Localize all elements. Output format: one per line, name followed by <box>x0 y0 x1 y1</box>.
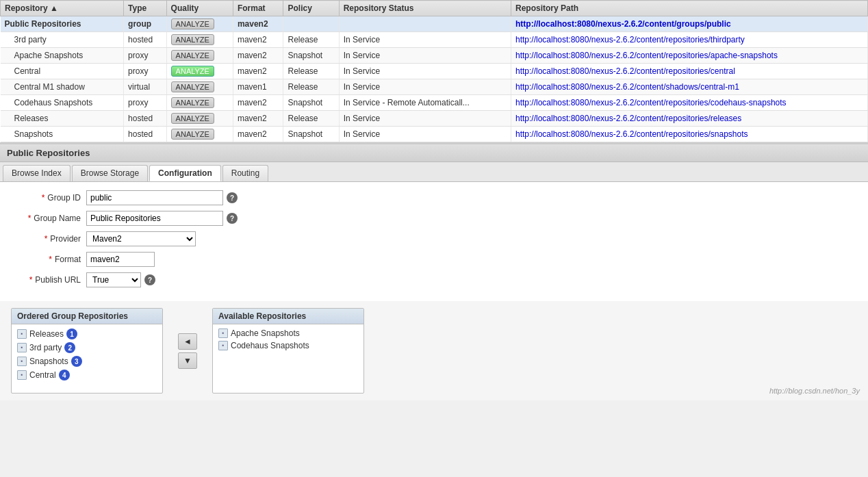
repo-path-link[interactable]: http://localhost:8080/nexus-2.6.2/conten… <box>515 51 778 60</box>
table-row[interactable]: ReleaseshostedANALYZEmaven2ReleaseIn Ser… <box>1 111 868 127</box>
col-header-repository[interactable]: Repository ▲ <box>1 1 124 16</box>
repo-format-cell: maven2 <box>233 48 283 64</box>
repo-path-cell: http://localhost:8080/nexus-2.6.2/conten… <box>511 64 867 79</box>
repo-path-link[interactable]: http://localhost:8080/nexus-2.6.2/conten… <box>515 114 741 123</box>
repo-type-cell: proxy <box>124 64 167 79</box>
repo-item-icon: ▪ <box>218 341 228 350</box>
repo-format-cell: maven1 <box>233 79 283 95</box>
available-repo-name: Codehaus Snapshots <box>231 341 309 350</box>
table-row[interactable]: CentralproxyANALYZEmaven2ReleaseIn Servi… <box>1 64 868 79</box>
available-repo-item[interactable]: ▪Codehaus Snapshots <box>216 339 361 352</box>
repo-policy-cell: Release <box>283 32 339 48</box>
arrows-column: ◄ ▼ <box>174 308 201 394</box>
repo-order-badge: 1 <box>66 328 77 339</box>
col-header-type[interactable]: Type <box>124 1 167 16</box>
repo-quality-cell: ANALYZE <box>166 32 233 48</box>
repository-table: Repository ▲TypeQualityFormatPolicyRepos… <box>0 0 868 142</box>
repo-format-cell: maven2 <box>233 16 283 32</box>
ordered-repo-name: 3rd party <box>29 343 62 352</box>
repo-path-link[interactable]: http://localhost:8080/nexus-2.6.2/conten… <box>515 35 745 44</box>
table-row[interactable]: Codehaus SnapshotsproxyANALYZEmaven2Snap… <box>1 95 868 111</box>
table-row[interactable]: Public RepositoriesgroupANALYZEmaven2htt… <box>1 16 868 32</box>
repo-path-link[interactable]: http://localhost:8080/nexus-2.6.2/conten… <box>515 98 787 107</box>
tab-browse-storage[interactable]: Browse Storage <box>72 165 148 181</box>
analyze-button[interactable]: ANALYZE <box>171 50 214 61</box>
repo-policy-cell <box>283 16 339 32</box>
repo-order-badge: 4 <box>59 370 70 381</box>
arrow-left-button[interactable]: ◄ <box>178 333 197 350</box>
group-id-row: *Group ID ? <box>11 190 857 205</box>
repo-order-badge: 2 <box>64 342 75 353</box>
col-header-format[interactable]: Format <box>233 1 283 16</box>
provider-select[interactable]: Maven2 <box>86 231 196 246</box>
repo-table-section: Repository ▲TypeQualityFormatPolicyRepos… <box>0 0 868 143</box>
ordered-repo-item[interactable]: ▪Releases1 <box>14 327 159 341</box>
col-header-repository-path[interactable]: Repository Path <box>511 1 867 16</box>
table-row[interactable]: 3rd partyhostedANALYZEmaven2ReleaseIn Se… <box>1 32 868 48</box>
available-repos-title: Available Repositories <box>213 309 363 324</box>
analyze-button[interactable]: ANALYZE <box>171 81 214 92</box>
tab-routing[interactable]: Routing <box>222 165 268 181</box>
repo-type-cell: proxy <box>124 48 167 64</box>
analyze-button[interactable]: ANALYZE <box>171 97 214 108</box>
table-row[interactable]: Central M1 shadowvirtualANALYZEmaven1Rel… <box>1 79 868 95</box>
repo-quality-cell: ANALYZE <box>166 16 233 32</box>
repo-format-cell: maven2 <box>233 95 283 111</box>
ordered-repos-content: ▪Releases1▪3rd party2▪Snapshots3▪Central… <box>12 324 162 393</box>
repo-quality-cell: ANALYZE <box>166 64 233 79</box>
col-header-quality[interactable]: Quality <box>166 1 233 16</box>
repo-path-link[interactable]: http://localhost:8080/nexus-2.6.2/conten… <box>515 82 739 92</box>
repo-name-cell: Apache Snapshots <box>1 48 124 64</box>
table-row[interactable]: Apache SnapshotsproxyANALYZEmaven2Snapsh… <box>1 48 868 64</box>
tab-configuration[interactable]: Configuration <box>149 165 221 181</box>
repo-path-link[interactable]: http://localhost:8080/nexus-2.6.2/conten… <box>515 19 731 29</box>
format-input[interactable] <box>86 252 155 267</box>
publish-url-select[interactable]: True <box>86 272 141 287</box>
repo-policy-cell: Snapshot <box>283 127 339 142</box>
repo-name-cell: Central M1 shadow <box>1 79 124 95</box>
repo-type-cell: group <box>124 16 167 32</box>
available-repos-content: ▪Apache Snapshots▪Codehaus Snapshots <box>213 324 363 393</box>
analyze-button[interactable]: ANALYZE <box>171 66 214 77</box>
analyze-button[interactable]: ANALYZE <box>171 129 214 140</box>
repo-policy-cell: Release <box>283 64 339 79</box>
repo-format-cell: maven2 <box>233 127 283 142</box>
repo-type-cell: hosted <box>124 32 167 48</box>
col-header-repository-status[interactable]: Repository Status <box>339 1 511 16</box>
repo-path-link[interactable]: http://localhost:8080/nexus-2.6.2/conten… <box>515 129 748 139</box>
group-name-help-icon[interactable]: ? <box>227 213 238 224</box>
repo-path-cell: http://localhost:8080/nexus-2.6.2/conten… <box>511 79 867 95</box>
repo-item-icon: ▪ <box>17 343 27 352</box>
ordered-repo-item[interactable]: ▪Snapshots3 <box>14 354 159 368</box>
group-name-input[interactable] <box>86 211 223 226</box>
repo-path-cell: http://localhost:8080/nexus-2.6.2/conten… <box>511 111 867 127</box>
group-id-input[interactable] <box>86 190 223 205</box>
required-star2: * <box>28 214 31 223</box>
config-content: *Group ID ? *Group Name ? *Provider Mave… <box>0 182 868 301</box>
repo-type-cell: hosted <box>124 111 167 127</box>
available-repo-item[interactable]: ▪Apache Snapshots <box>216 327 361 339</box>
analyze-button[interactable]: ANALYZE <box>171 113 214 124</box>
repo-format-cell: maven2 <box>233 32 283 48</box>
analyze-button[interactable]: ANALYZE <box>171 34 214 45</box>
table-row[interactable]: SnapshotshostedANALYZEmaven2SnapshotIn S… <box>1 127 868 142</box>
ordered-repo-item[interactable]: ▪3rd party2 <box>14 341 159 354</box>
analyze-button[interactable]: ANALYZE <box>171 18 214 29</box>
repos-section: Ordered Group Repositories ▪Releases1▪3r… <box>0 301 868 400</box>
ordered-repo-item[interactable]: ▪Central4 <box>14 368 159 382</box>
arrow-down-button[interactable]: ▼ <box>178 352 197 369</box>
repo-status-cell: In Service - Remote Automaticall... <box>339 95 511 111</box>
panel-title: Public Repositories <box>0 144 868 162</box>
repo-type-cell: hosted <box>124 127 167 142</box>
repo-name-cell: Releases <box>1 111 124 127</box>
bottom-panel: Public Repositories Browse IndexBrowse S… <box>0 143 868 400</box>
ordered-repo-name: Central <box>29 370 56 380</box>
tab-browse-index[interactable]: Browse Index <box>3 165 71 181</box>
repo-item-icon: ▪ <box>17 357 27 366</box>
publish-url-help-icon[interactable]: ? <box>144 274 155 285</box>
col-header-policy[interactable]: Policy <box>283 1 339 16</box>
group-id-help-icon[interactable]: ? <box>227 192 238 203</box>
repo-path-link[interactable]: http://localhost:8080/nexus-2.6.2/conten… <box>515 66 735 76</box>
group-name-row: *Group Name ? <box>11 211 857 226</box>
repo-quality-cell: ANALYZE <box>166 111 233 127</box>
